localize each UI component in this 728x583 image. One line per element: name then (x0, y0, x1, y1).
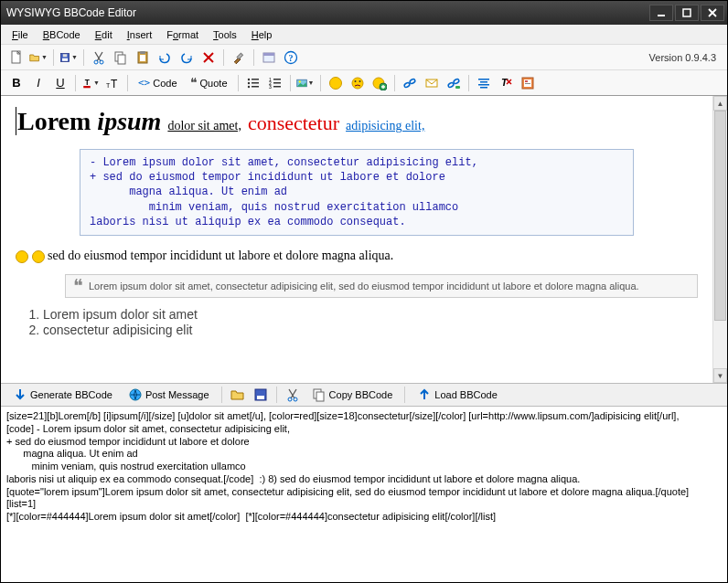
scrollbar-thumb[interactable] (714, 111, 726, 321)
scrollbar-track[interactable] (713, 111, 727, 368)
cut-button[interactable] (89, 48, 109, 68)
svg-point-37 (354, 80, 356, 82)
menu-help[interactable]: Help (244, 27, 280, 42)
separator (290, 75, 291, 91)
scrollbar[interactable]: ▲ ▼ (712, 96, 727, 383)
emoji-confused-button[interactable] (348, 73, 368, 93)
options-button[interactable] (229, 48, 249, 68)
list-item: consectetur adipisicing elit (43, 323, 698, 337)
quote-button[interactable]: ❝Quote (185, 73, 233, 93)
svg-point-44 (447, 81, 454, 87)
svg-rect-9 (118, 55, 125, 64)
image-button[interactable]: ▼ (295, 73, 316, 93)
spellcheck-button[interactable] (518, 73, 538, 93)
delete-button[interactable] (198, 48, 219, 68)
svg-text:?: ? (289, 53, 294, 63)
svg-rect-33 (273, 86, 281, 88)
scroll-down-button[interactable]: ▼ (713, 368, 727, 383)
paste-button[interactable] (133, 48, 153, 68)
svg-text:T: T (501, 77, 509, 88)
svg-rect-62 (316, 392, 324, 401)
link-button[interactable] (400, 73, 420, 93)
ordered-list: Lorem ipsum dolor sit amet consectetur a… (43, 307, 698, 337)
scroll-up-button[interactable]: ▲ (713, 96, 727, 111)
ordered-list-button[interactable]: 123 (265, 73, 285, 93)
emoji-line: sed do eiusmod tempor incididunt ut labo… (16, 249, 698, 263)
window-title: WYSIWYG BBCode Editor (6, 6, 648, 19)
svg-rect-13 (237, 53, 242, 58)
open-button[interactable]: ▼ (28, 48, 48, 68)
svg-rect-5 (63, 54, 68, 57)
maximize-button[interactable] (675, 5, 699, 21)
clear-format-button[interactable]: T (496, 73, 516, 93)
svg-rect-54 (525, 80, 528, 82)
bottom-save-button[interactable] (251, 385, 271, 405)
svg-point-45 (453, 78, 459, 83)
new-button[interactable] (6, 48, 27, 68)
minimize-button[interactable] (649, 5, 673, 21)
menu-file[interactable]: File (5, 27, 36, 42)
emoji-plus-button[interactable] (369, 73, 390, 93)
link-adipisicing[interactable]: adipisicing elit, (346, 119, 424, 132)
menu-edit[interactable]: Edit (88, 27, 120, 42)
bottom-open-button[interactable] (228, 385, 248, 405)
svg-point-6 (94, 60, 98, 64)
chevron-down-icon: ▼ (93, 80, 100, 86)
copy-button[interactable] (111, 48, 131, 68)
svg-text:T: T (111, 78, 118, 90)
svg-rect-15 (263, 53, 274, 56)
email-button[interactable] (422, 73, 442, 93)
separator (83, 49, 84, 66)
underline-button[interactable]: U (50, 73, 70, 93)
svg-rect-11 (140, 55, 145, 61)
unordered-list-button[interactable] (243, 73, 263, 93)
menu-tools[interactable]: Tools (206, 27, 244, 42)
chevron-down-icon: ▼ (71, 54, 78, 60)
undo-button[interactable] (155, 48, 175, 68)
app-window: WYSIWYG BBCode Editor File BBCode Edit I… (0, 0, 728, 583)
text-emoji: sed do eiusmod tempor incididunt ut labo… (48, 249, 393, 262)
align-button[interactable] (474, 73, 494, 93)
generate-button[interactable]: Generate BBCode (6, 385, 119, 405)
toolbar-format: B I U T▼ TT <>Code ❝Quote 123 ▼ T (1, 70, 727, 96)
svg-rect-0 (658, 15, 665, 16)
svg-rect-12 (140, 51, 145, 54)
svg-point-35 (298, 80, 300, 82)
svg-point-59 (288, 398, 292, 401)
separator (394, 75, 395, 91)
preview-button[interactable] (259, 48, 279, 68)
emoji-smile-button[interactable] (326, 73, 346, 93)
svg-rect-4 (62, 58, 68, 60)
svg-point-22 (247, 78, 249, 80)
code-button[interactable]: <>Code (133, 73, 183, 93)
menu-format[interactable]: Format (159, 27, 206, 42)
font-color-button[interactable]: T▼ (80, 73, 101, 93)
italic-button[interactable]: I (28, 73, 48, 93)
svg-point-42 (409, 78, 415, 83)
output-textarea[interactable]: [size=21][b]Lorem[/b] [i]ipsum[/i][/size… (1, 407, 727, 582)
menu-insert[interactable]: Insert (120, 27, 160, 42)
redo-button[interactable] (177, 48, 197, 68)
bottom-cut-button[interactable] (283, 385, 303, 405)
svg-point-36 (352, 78, 363, 89)
svg-rect-19 (83, 86, 91, 88)
list-item: Lorem ipsum dolor sit amet (43, 307, 698, 322)
close-button[interactable] (701, 5, 724, 21)
menu-bbcode[interactable]: BBCode (36, 27, 88, 42)
separator (53, 49, 54, 66)
post-button[interactable]: Post Message (122, 385, 216, 405)
bold-button[interactable]: B (6, 73, 27, 93)
bottom-toolbar: Generate BBCode Post Message Copy BBCode… (1, 383, 727, 407)
separator (75, 75, 76, 91)
help-button[interactable]: ? (281, 48, 301, 68)
editor-content[interactable]: Lorem ipsum dolor sit amet, consectetur … (1, 96, 712, 383)
copy-bbcode-button[interactable]: Copy BBCode (305, 385, 400, 405)
font-size-button[interactable]: TT (102, 73, 123, 93)
save-button[interactable]: ▼ (59, 48, 79, 68)
anchor-button[interactable] (444, 73, 464, 93)
separator (221, 387, 222, 403)
editor-area: Lorem ipsum dolor sit amet, consectetur … (1, 96, 727, 383)
load-bbcode-button[interactable]: Load BBCode (411, 385, 504, 405)
separator (404, 387, 405, 403)
svg-rect-48 (480, 81, 487, 83)
